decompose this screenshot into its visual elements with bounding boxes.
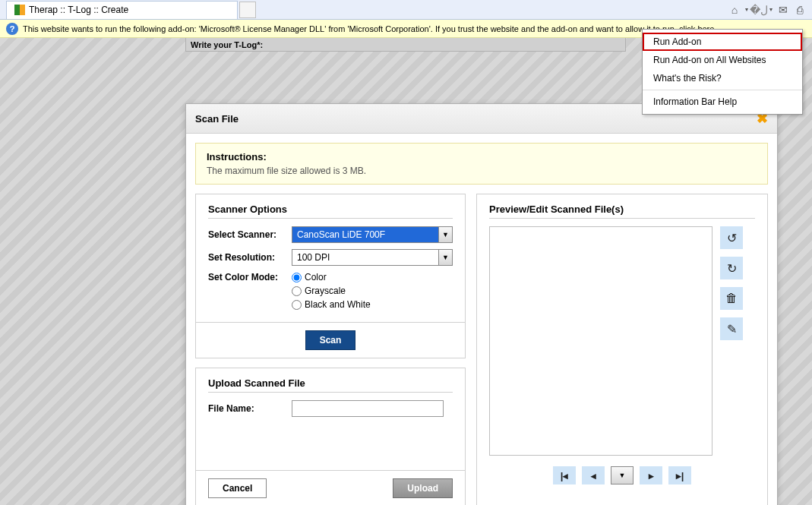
preview-pager: |◂ ◂ ▼ ▸ ▸| xyxy=(489,466,755,484)
prev-page-button[interactable]: ◂ xyxy=(582,466,605,484)
modal-title-text: Scan File xyxy=(195,113,239,125)
radio-bw[interactable] xyxy=(292,300,302,310)
menu-run-addon-all[interactable]: Run Add-on on All Websites xyxy=(643,51,802,69)
print-icon[interactable]: ⎙ xyxy=(794,4,806,16)
upload-button[interactable]: Upload xyxy=(393,478,453,498)
color-mode-bw[interactable]: Black and White xyxy=(292,299,453,310)
page-select-dropdown[interactable]: ▼ xyxy=(611,466,633,484)
select-scanner-dropdown[interactable]: CanoScan LiDE 700F ▼ xyxy=(292,226,453,243)
last-page-button[interactable]: ▸| xyxy=(668,466,691,484)
radio-color[interactable] xyxy=(292,273,302,282)
set-resolution-value: 100 DPI xyxy=(292,250,438,265)
color-mode-color[interactable]: Color xyxy=(292,272,453,282)
tab-title: Therap :: T-Log :: Create xyxy=(29,5,128,15)
chevron-down-icon: ▼ xyxy=(438,250,452,265)
menu-whats-risk[interactable]: What's the Risk? xyxy=(643,69,802,87)
browser-tab-bar: Therap :: T-Log :: Create ⌂ ▾ �ل ▾ ✉ ⎙ xyxy=(0,0,812,20)
feeds-icon[interactable]: �ل xyxy=(753,4,765,16)
scanner-options-heading: Scanner Options xyxy=(208,204,453,219)
edit-icon[interactable]: ✎ xyxy=(720,317,743,340)
menu-separator xyxy=(643,90,802,90)
new-tab-button[interactable] xyxy=(239,2,256,18)
browser-toolbar: ⌂ ▾ �ل ▾ ✉ ⎙ xyxy=(728,4,806,16)
info-icon: ? xyxy=(6,23,18,35)
menu-infobar-help[interactable]: Information Bar Help xyxy=(643,93,802,111)
scan-file-modal: Scan File ✖ Instructions: The maximum fi… xyxy=(185,103,778,505)
file-name-input[interactable] xyxy=(292,400,444,417)
rotate-left-icon[interactable]: ↺ xyxy=(720,226,743,249)
delete-icon[interactable]: 🗑 xyxy=(720,287,743,310)
select-scanner-value: CanoScan LiDE 700F xyxy=(292,227,438,242)
infobar-text: This website wants to run the following … xyxy=(23,24,722,33)
radio-grayscale-label: Grayscale xyxy=(305,286,346,296)
menu-run-addon[interactable]: Run Add-on xyxy=(643,33,802,51)
color-mode-grayscale[interactable]: Grayscale xyxy=(292,286,453,296)
file-name-label: File Name: xyxy=(208,403,292,414)
mail-icon[interactable]: ✉ xyxy=(777,4,789,16)
chevron-down-icon: ▼ xyxy=(438,227,452,242)
set-resolution-dropdown[interactable]: 100 DPI ▼ xyxy=(292,249,453,266)
first-page-button[interactable]: |◂ xyxy=(553,466,576,484)
preview-panel: Preview/Edit Scanned File(s) ↺ ↻ 🗑 ✎ xyxy=(476,194,768,505)
home-dropdown[interactable]: ▾ xyxy=(745,6,748,13)
instructions-text: The maximum file size allowed is 3 MB. xyxy=(207,166,757,176)
browser-tab[interactable]: Therap :: T-Log :: Create xyxy=(6,1,238,19)
scan-button[interactable]: Scan xyxy=(305,330,356,350)
set-resolution-label: Set Resolution: xyxy=(208,252,292,263)
radio-color-label: Color xyxy=(305,272,327,282)
next-page-button[interactable]: ▸ xyxy=(640,466,662,484)
home-icon[interactable]: ⌂ xyxy=(728,4,741,16)
radio-bw-label: Black and White xyxy=(305,299,371,310)
rotate-right-icon[interactable]: ↻ xyxy=(720,257,743,279)
radio-grayscale[interactable] xyxy=(292,286,302,296)
preview-heading: Preview/Edit Scanned File(s) xyxy=(489,204,755,219)
instructions-heading: Instructions: xyxy=(207,151,757,163)
site-favicon xyxy=(14,5,25,15)
upload-panel: Upload Scanned File File Name: Cancel Up… xyxy=(195,368,466,505)
preview-canvas xyxy=(489,226,712,456)
upload-heading: Upload Scanned File xyxy=(208,377,453,393)
select-scanner-label: Select Scanner: xyxy=(208,229,292,240)
feeds-dropdown[interactable]: ▾ xyxy=(769,6,773,13)
set-color-label: Set Color Mode: xyxy=(208,272,292,282)
addon-context-menu: Run Add-on Run Add-on on All Websites Wh… xyxy=(642,29,803,115)
instructions-box: Instructions: The maximum file size allo… xyxy=(195,143,768,185)
cancel-button[interactable]: Cancel xyxy=(208,478,267,498)
tlog-header-remnant: Write your T-Log*: xyxy=(185,38,626,52)
scanner-options-panel: Scanner Options Select Scanner: CanoScan… xyxy=(195,194,466,358)
